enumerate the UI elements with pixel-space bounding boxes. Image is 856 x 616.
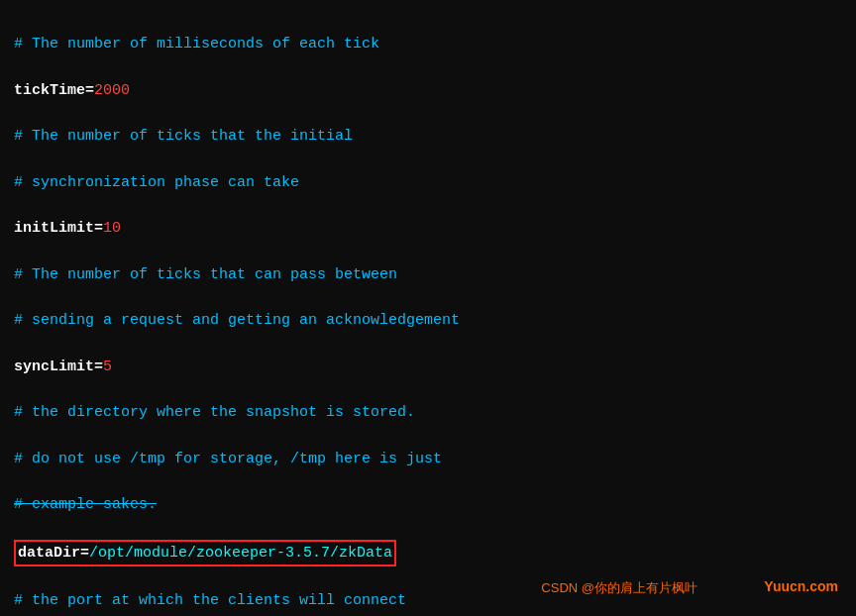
strikethrough-text: # example sakes. [14, 496, 157, 513]
line-9: # the directory where the snapshot is st… [14, 401, 842, 424]
val-synclimit: 5 [103, 359, 112, 375]
val-datadir: /opt/module/zookeeper-3.5.7/zkData [89, 545, 392, 562]
key-initlimit: initLimit= [14, 220, 103, 237]
line-8: syncLimit=5 [14, 356, 842, 378]
code-editor: # The number of milliseconds of each tic… [0, 0, 856, 616]
line-3: # The number of ticks that the initial [14, 125, 842, 148]
datadir-highlight: dataDir=/opt/module/zookeeper-3.5.7/zkDa… [14, 540, 396, 566]
line-11: # example sakes. [14, 493, 842, 516]
val-ticktime: 2000 [94, 82, 130, 99]
key-synclimit: syncLimit= [14, 359, 103, 375]
line-12-highlighted: dataDir=/opt/module/zookeeper-3.5.7/zkDa… [14, 540, 842, 566]
line-10: # do not use /tmp for storage, /tmp here… [14, 448, 842, 470]
line-7: # sending a request and getting an ackno… [14, 309, 842, 332]
watermark-site: Yuucn.com [764, 576, 838, 598]
line-4: # synchronization phase can take [14, 171, 842, 194]
line-13: # the port at which the clients will con… [14, 589, 842, 612]
line-6: # The number of ticks that can pass betw… [14, 263, 842, 286]
line-2: tickTime=2000 [14, 79, 842, 102]
val-initlimit: 10 [103, 220, 121, 237]
key-datadir: dataDir= [18, 545, 89, 562]
key-ticktime: tickTime= [14, 82, 94, 99]
csdn-credit: CSDN @你的肩上有片枫叶 [541, 578, 697, 598]
line-5: initLimit=10 [14, 217, 842, 240]
line-1: # The number of milliseconds of each tic… [14, 33, 842, 55]
